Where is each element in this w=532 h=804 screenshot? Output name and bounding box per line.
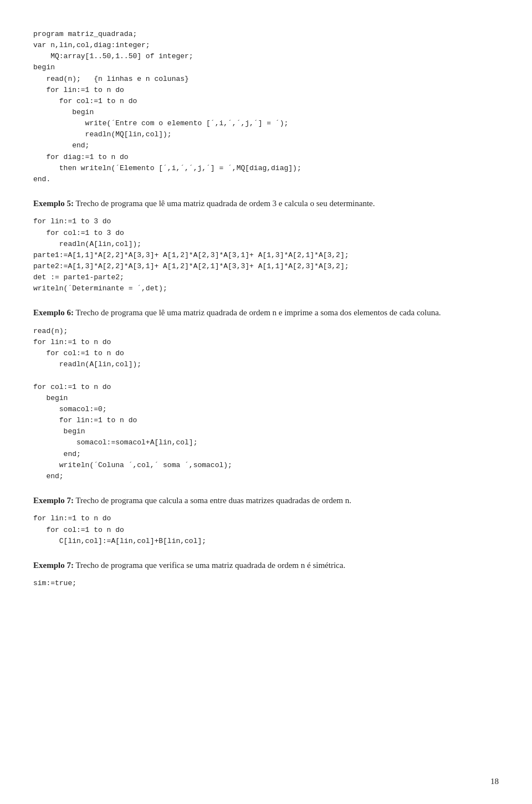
- page-number: 18: [490, 775, 499, 788]
- code-block-3: read(n); for lin:=1 to n do for col:=1 t…: [33, 326, 499, 482]
- code-block-2: for lin:=1 to 3 do for col:=1 to 3 do re…: [33, 216, 499, 294]
- code-block-4: for lin:=1 to n do for col:=1 to n do C[…: [33, 513, 499, 546]
- heading-7b: Exemplo 7: Trecho de programa que verifi…: [33, 559, 499, 572]
- code-block-1: program matriz_quadrada; var n,lin,col,d…: [33, 29, 499, 185]
- heading-7a: Exemplo 7: Trecho de programa que calcul…: [33, 494, 499, 507]
- page-content: program matriz_quadrada; var n,lin,col,d…: [33, 29, 499, 589]
- heading-6: Exemplo 6: Trecho de programa que lê uma…: [33, 306, 499, 319]
- code-block-5: sim:=true;: [33, 578, 499, 589]
- heading-5: Exemplo 5: Trecho de programa que lê uma…: [33, 197, 499, 210]
